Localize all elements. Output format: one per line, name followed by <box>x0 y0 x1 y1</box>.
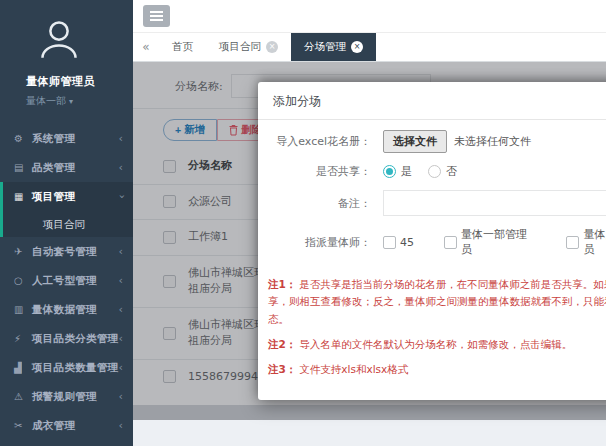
department-label: 量体一部 <box>26 95 66 106</box>
sidebar-item-category-mgmt[interactable]: 品类管理 ‹ <box>0 153 133 182</box>
assign-checkbox-dept-admin[interactable] <box>444 236 457 249</box>
sidebar-item-project-category-qty-mgmt[interactable]: 项目品类数量管理 ‹ <box>0 353 133 382</box>
share-yes-radio[interactable] <box>383 165 396 178</box>
share-field: 是否共享： 是 否 <box>258 164 606 179</box>
chevron-left-icon: ‹ <box>119 361 123 374</box>
hand-icon <box>14 275 32 286</box>
modal-title: 添加分场 <box>258 82 606 120</box>
sidebar-item-manual-size-mgmt[interactable]: 人工号型管理 ‹ <box>0 266 133 295</box>
sidebar-collapse-button[interactable] <box>143 5 170 27</box>
tab-subvenue-mgmt[interactable]: 分场管理 × <box>291 33 376 61</box>
topbar <box>133 0 606 33</box>
share-no-radio[interactable] <box>428 165 441 178</box>
close-icon[interactable]: × <box>266 41 278 53</box>
note-1: 注1：是否共享是指当前分场的花名册，在不同量体师之前是否共享。如果设置共享，则相… <box>268 276 606 328</box>
chevron-left-icon: ‹ <box>119 274 123 287</box>
assign-field: 指派量体师： 45 量体一部管理员 量体师管理员 <box>258 227 606 257</box>
note-2: 注2：导入名单的文件名默认为分场名称，如需修改，点击编辑。 <box>268 336 606 353</box>
chevron-left-icon: ‹ <box>119 303 123 316</box>
chevron-down-icon: ‹ <box>114 194 127 198</box>
chevron-left-icon: ‹ <box>119 245 123 258</box>
remark-field: 备注： <box>258 190 606 216</box>
chevron-left-icon: ‹ <box>119 332 123 345</box>
person-icon <box>36 16 82 62</box>
sidebar-item-efficiency-stats-mgmt[interactable]: 效率统计管理 ‹ <box>0 440 133 446</box>
note-3: 注3：文件支持xls和xlsx格式 <box>268 361 606 378</box>
user-profile: 量体师管理员 量体一部▾ <box>0 0 133 118</box>
motorcycle-icon <box>14 333 32 344</box>
chevron-left-icon: ‹ <box>119 132 123 145</box>
sidebar: 量体师管理员 量体一部▾ 系统管理 ‹ 品类管理 ‹ 项目管理 ‹ <box>0 0 133 446</box>
remark-input[interactable] <box>383 190 606 216</box>
sidebar-item-auto-size-mgmt[interactable]: 自动套号管理 ‹ <box>0 237 133 266</box>
close-icon[interactable]: × <box>351 41 363 53</box>
choose-file-button[interactable]: 选择文件 <box>383 130 447 153</box>
assign-checkbox-measurer-admin[interactable] <box>566 236 579 249</box>
footer-strip <box>133 420 606 446</box>
department-dropdown[interactable]: 量体一部▾ <box>26 94 133 108</box>
sidebar-item-garment-mgmt[interactable]: 成衣管理 ‹ <box>0 411 133 440</box>
caret-down-icon: ▾ <box>69 97 73 106</box>
file-empty-text: 未选择任何文件 <box>454 134 531 149</box>
grid-icon <box>14 191 32 202</box>
tab-project-contract[interactable]: 项目合同 × <box>206 33 291 61</box>
chevron-left-icon: ‹ <box>119 390 123 403</box>
gear-icon <box>14 133 32 144</box>
tab-bar: « 首页 项目合同 × 分场管理 × <box>133 33 606 62</box>
add-subvenue-modal: 添加分场 导入excel花名册： 选择文件 未选择任何文件 是否共享： 是 否 … <box>258 82 606 400</box>
modal-notes: 注1：是否共享是指当前分场的花名册，在不同量体师之前是否共享。如果设置共享，则相… <box>258 268 606 379</box>
import-file-field: 导入excel花名册： 选择文件 未选择任何文件 <box>258 130 606 153</box>
list-icon <box>14 162 32 173</box>
sidebar-subitem-project-contract[interactable]: 项目合同 <box>3 211 133 237</box>
sidebar-nav: 系统管理 ‹ 品类管理 ‹ 项目管理 ‹ 项目合同 自动套号管理 ‹ <box>0 124 133 446</box>
double-chevron-left-icon[interactable]: « <box>133 33 159 61</box>
car-icon <box>14 391 32 402</box>
tab-home[interactable]: 首页 <box>159 33 206 61</box>
app-window: 量体师管理员 量体一部▾ 系统管理 ‹ 品类管理 ‹ 项目管理 ‹ <box>0 0 606 446</box>
bar-chart-icon <box>14 362 32 373</box>
chevron-left-icon: ‹ <box>119 161 123 174</box>
paper-plane-icon <box>14 246 32 257</box>
sidebar-item-alarm-rule-mgmt[interactable]: 报警规则管理 ‹ <box>0 382 133 411</box>
chevron-left-icon: ‹ <box>119 419 123 432</box>
assign-checkbox-45[interactable] <box>383 236 396 249</box>
avatar <box>36 16 133 66</box>
sidebar-item-project-mgmt[interactable]: 项目管理 ‹ <box>3 182 133 211</box>
modal-body: 导入excel花名册： 选择文件 未选择任何文件 是否共享： 是 否 备注： 指… <box>258 120 606 379</box>
sidebar-item-measure-data-mgmt[interactable]: 量体数据管理 ‹ <box>0 295 133 324</box>
sidebar-item-system-mgmt[interactable]: 系统管理 ‹ <box>0 124 133 153</box>
hamburger-icon <box>150 11 163 13</box>
scissors-icon <box>14 420 32 431</box>
database-icon <box>14 304 32 315</box>
user-name: 量体师管理员 <box>26 74 133 89</box>
sidebar-item-project-category-class-mgmt[interactable]: 项目品类分类管理 ‹ <box>0 324 133 353</box>
sidebar-section-project-mgmt: 项目管理 ‹ 项目合同 <box>0 182 133 237</box>
